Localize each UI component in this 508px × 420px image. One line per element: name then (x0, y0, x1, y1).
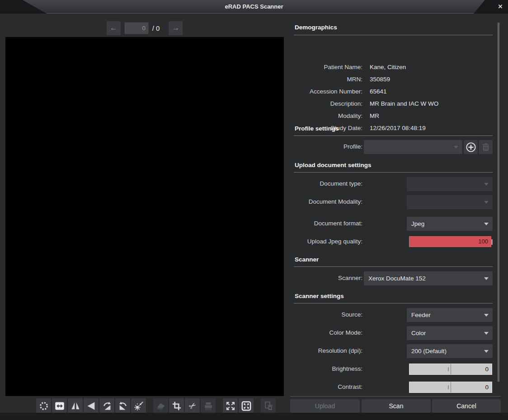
description-value: MR Brain and IAC W WO (370, 98, 438, 110)
window-title: eRAD PACS Scanner (0, 0, 508, 14)
flip-vertical-button[interactable] (84, 398, 99, 413)
chevron-down-icon (484, 350, 489, 353)
arrow-right-icon: → (172, 23, 179, 32)
add-profile-button[interactable] (464, 140, 478, 154)
actual-size-button[interactable] (223, 398, 238, 413)
modality-label: Modality: (294, 110, 362, 122)
brightness-value: 0 (485, 366, 489, 373)
patient-name-label: Patient Name: (294, 61, 362, 73)
profile-label: Profile: (294, 143, 362, 150)
contrast-label: Contrast: (294, 383, 362, 390)
scanner-select[interactable]: Xerox DocuMate 152 (364, 271, 493, 285)
color-mode-label: Color Mode: (294, 329, 362, 336)
arrow-left-icon: ← (110, 23, 118, 32)
contrast-slider[interactable]: 0 (409, 382, 492, 393)
jpeg-quality-label: Upload Jpeg quality: (294, 238, 362, 245)
color-mode-select[interactable]: Color (407, 326, 493, 340)
document-format-value: Jpeg (411, 220, 424, 227)
cut-button[interactable]: ✂ (185, 398, 200, 413)
printer-icon (203, 401, 213, 411)
select-region-button[interactable] (36, 398, 51, 413)
description-row: Description: MR Brain and IAC W WO (294, 98, 501, 110)
profile-settings-heading: Profile settings (295, 125, 339, 132)
delete-page-icon (263, 401, 273, 411)
page-navigation: ← / 0 → (5, 21, 284, 35)
accession-number-row: Accession Number: 65641 (294, 85, 501, 98)
section-separator (294, 172, 493, 173)
previous-page-button[interactable]: ← (107, 21, 121, 35)
chevron-down-icon (484, 332, 489, 335)
fit-width-icon (55, 401, 65, 411)
resolution-value: 200 (Default) (411, 348, 447, 355)
scanner-heading: Scanner (295, 256, 319, 263)
delete-profile-button (479, 140, 493, 154)
scrollbar-track[interactable] (497, 23, 500, 382)
section-separator (294, 303, 493, 303)
document-format-select[interactable]: Jpeg (407, 217, 493, 231)
delete-page-button (261, 398, 276, 413)
scanner-label: Scanner: (294, 275, 362, 281)
plus-circle-icon (466, 142, 476, 153)
scanner-value: Xerox DocuMate 152 (368, 275, 426, 282)
accession-number-value: 65641 (370, 85, 387, 98)
mrn-value: 350859 (370, 73, 390, 85)
crop-icon (172, 401, 182, 411)
expand-arrows-icon (226, 401, 235, 411)
jpeg-quality-slider[interactable]: 100 (409, 236, 491, 247)
jpeg-quality-value: 100 (478, 238, 488, 245)
slider-center-mark (451, 382, 451, 392)
scan-preview-canvas[interactable] (5, 37, 284, 396)
fit-to-window-button[interactable] (239, 398, 254, 413)
rotate-right-button[interactable] (99, 398, 114, 413)
chevron-down-icon (484, 223, 489, 225)
slider-handle[interactable] (491, 239, 493, 245)
brightness-label: Brightness: (294, 365, 362, 372)
mrn-row: MRN: 350859 (294, 73, 501, 85)
document-type-label: Document type: (294, 180, 362, 187)
fit-width-button[interactable] (52, 398, 67, 413)
crop-button[interactable] (169, 398, 184, 413)
slider-handle[interactable] (448, 367, 449, 371)
modality-row: Modality: MR (294, 110, 501, 122)
auto-brightness-button[interactable] (131, 398, 146, 413)
rotate-left-button[interactable] (115, 398, 130, 413)
source-label: Source: (294, 311, 362, 318)
viewer-toolbar: ✂ (36, 398, 277, 413)
scissors-icon: ✂ (187, 400, 198, 411)
scanner-icon (156, 401, 166, 411)
scrollbar-thumb[interactable] (498, 23, 499, 382)
description-label: Description: (294, 98, 362, 110)
rotate-left-icon (118, 401, 128, 411)
rotate-right-icon (102, 401, 112, 411)
slider-handle[interactable] (448, 385, 449, 389)
print-button (201, 398, 216, 413)
study-date-value: 12/26/2017 08:48:19 (370, 122, 426, 134)
contrast-value: 0 (485, 384, 489, 391)
page-number-input[interactable] (124, 22, 149, 34)
close-icon[interactable]: ✕ (495, 0, 505, 14)
flip-horizontal-button[interactable] (68, 398, 83, 413)
settings-panel: Demographics Patient Name: Kane, Citizen… (294, 20, 501, 420)
scanner-settings-heading: Scanner settings (295, 293, 344, 299)
section-separator (294, 266, 493, 267)
title-bar: eRAD PACS Scanner ✕ (0, 0, 508, 14)
profile-select[interactable] (364, 140, 462, 154)
document-modality-label: Document Modality: (294, 198, 362, 205)
next-page-button[interactable]: → (169, 21, 183, 35)
dashed-circle-icon (39, 401, 49, 411)
document-type-select (407, 177, 493, 191)
accession-number-label: Accession Number: (294, 85, 362, 98)
document-modality-select (407, 195, 493, 209)
acquire-scan-button (153, 398, 168, 413)
auto-brightness-icon (134, 401, 144, 411)
footer-separator (290, 396, 501, 397)
scan-button[interactable]: Scan (362, 399, 431, 413)
chevron-down-icon (484, 277, 489, 280)
window-bottom-edge (0, 413, 508, 420)
cancel-button[interactable]: Cancel (432, 399, 501, 413)
source-select[interactable]: Feeder (407, 308, 493, 322)
upload-settings-heading: Upload document settings (295, 162, 372, 168)
resolution-select[interactable]: 200 (Default) (407, 344, 493, 358)
brightness-slider[interactable]: 0 (409, 364, 492, 375)
color-mode-value: Color (411, 330, 426, 336)
